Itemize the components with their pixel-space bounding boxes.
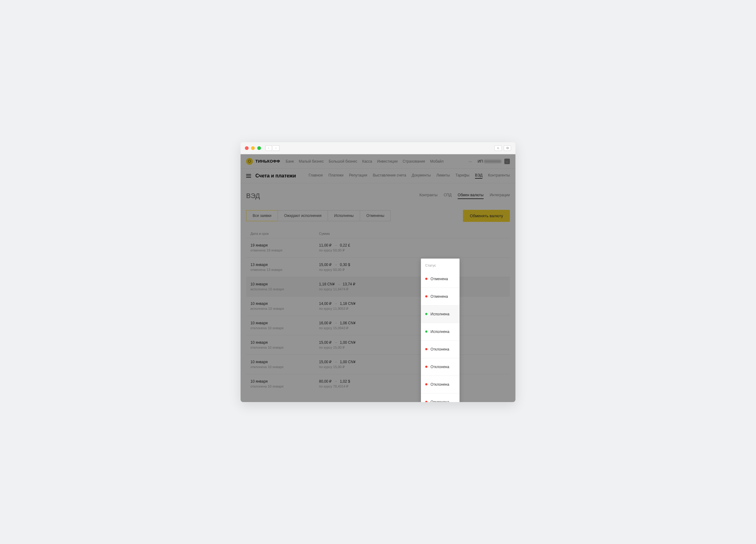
chevron-down-icon: ⌄ — [504, 159, 510, 164]
table-row[interactable]: 10 январяисполнена 10 января1,18 CN¥→13,… — [246, 277, 510, 296]
page-tab[interactable]: Контракты — [419, 193, 438, 199]
status-dot-icon — [425, 278, 427, 280]
table-row[interactable]: 10 январяотклонена 10 января16,00 ₽→1,06… — [246, 316, 510, 335]
table-row[interactable]: 19 январяотменена 19 января11,00 ₽→0,22 … — [246, 238, 510, 258]
row-substatus: исполнена 10 января — [250, 287, 319, 291]
top-nav-item[interactable]: Касса — [362, 159, 372, 164]
brand-name: ТИНЬКОФФ — [255, 159, 280, 164]
table-row[interactable]: 10 январяотклонена 10 января80,00 ₽→1,02… — [246, 374, 510, 393]
status-row[interactable]: Отклонена — [421, 358, 460, 375]
browser-window: ‹ › ⎋ ⧉ ⬡ ТИНЬКОФФ БанкМалый бизнесБольш… — [241, 142, 515, 402]
row-date: 10 января — [250, 282, 319, 286]
table-row[interactable]: 10 январяисполнена 10 января14,00 ₽→1,18… — [246, 296, 510, 316]
status-row[interactable]: Отклонена — [421, 375, 460, 393]
column-header-status: Статус — [421, 259, 460, 270]
arrow-right-icon: → — [334, 244, 337, 247]
status-row[interactable]: Отклонена — [421, 340, 460, 358]
sub-nav-item[interactable]: Лимиты — [436, 173, 450, 179]
sub-nav-item[interactable]: Главное — [309, 173, 323, 179]
top-nav-item[interactable]: Банк — [286, 159, 294, 164]
back-button[interactable]: ‹ — [265, 145, 272, 151]
top-nav-item[interactable]: Инвестиции — [377, 159, 398, 164]
exchange-rate: по курсу 11,6474 ₽ — [319, 287, 506, 291]
exchange-currency-button[interactable]: Обменять валюту — [463, 210, 510, 222]
page-title: ВЭД — [246, 192, 260, 200]
sub-nav-item[interactable]: Тарифы — [456, 173, 469, 179]
status-dot-icon — [425, 295, 427, 297]
arrow-right-icon: → — [334, 302, 337, 305]
status-label: Отменена — [431, 277, 448, 281]
amount-to: 0,22 £ — [340, 243, 350, 248]
filter-button[interactable]: Отменены — [360, 210, 391, 221]
sub-nav-item[interactable]: Выставление счета — [373, 173, 406, 179]
section-title: Счета и платежи — [255, 173, 296, 179]
status-label: Отклонена — [431, 400, 449, 402]
amount-from: 15,00 ₽ — [319, 340, 332, 345]
page-tab[interactable]: Интеграции — [490, 193, 510, 199]
row-date: 10 января — [250, 360, 319, 364]
more-menu[interactable]: ··· — [468, 159, 472, 164]
traffic-lights — [245, 146, 261, 150]
table-row[interactable]: 10 январяотклонена 10 января15,00 ₽→1,00… — [246, 354, 510, 374]
sub-nav-item[interactable]: Платежи — [328, 173, 343, 179]
arrow-right-icon: → — [337, 282, 340, 286]
arrow-right-icon: → — [334, 321, 337, 324]
close-window-button[interactable] — [245, 146, 249, 150]
amount-to: 1,06 CN¥ — [340, 321, 355, 325]
row-substatus: исполнена 10 января — [250, 307, 319, 310]
subheader: Счета и платежи ГлавноеПлатежиРепутацияВ… — [241, 169, 515, 183]
status-row[interactable]: Исполнена — [421, 305, 460, 323]
status-popup: Статус ОтмененаОтмененаИсполненаИсполнен… — [421, 259, 460, 402]
requests-table: Дата и срок Сумма 19 январяотменена 19 я… — [246, 229, 510, 393]
sub-nav-item[interactable]: Репутация — [349, 173, 367, 179]
top-nav-item[interactable]: Большой бизнес — [329, 159, 357, 164]
row-date: 10 января — [250, 321, 319, 325]
arrow-right-icon: → — [334, 360, 337, 363]
user-name-blurred — [484, 160, 501, 163]
filter-button[interactable]: Ожидают исполнения — [278, 210, 328, 221]
row-date: 10 января — [250, 340, 319, 345]
row-date: 10 января — [250, 301, 319, 306]
menu-icon[interactable] — [246, 174, 251, 178]
sub-nav-item[interactable]: Контрагенты — [488, 173, 510, 179]
forward-button[interactable]: › — [273, 145, 279, 151]
status-row[interactable]: Отменена — [421, 270, 460, 287]
filter-button[interactable]: Все заявки — [246, 210, 278, 221]
status-label: Отменена — [431, 294, 448, 299]
amount-to: 1,18 CN¥ — [340, 301, 355, 306]
titlebar: ‹ › ⎋ ⧉ — [241, 142, 515, 154]
page-tabs: КонтрактыСПДОбмен валютыИнтеграции — [419, 193, 510, 199]
table-row[interactable]: 13 январяотменена 13 января15,00 ₽→0,30 … — [246, 258, 510, 277]
sub-nav-item[interactable]: Документы — [412, 173, 431, 179]
top-nav-item[interactable]: Мобайл — [430, 159, 444, 164]
row-substatus: отклонена 10 января — [250, 365, 319, 369]
amount-from: 16,00 ₽ — [319, 321, 332, 325]
exchange-rate: по курсу 15,00 ₽ — [319, 345, 506, 349]
sub-nav-item[interactable]: ВЭД — [475, 173, 482, 179]
filter-button[interactable]: Исполнены — [328, 210, 360, 221]
status-dot-icon — [425, 313, 427, 315]
amount-from: 1,18 CN¥ — [319, 282, 335, 286]
tabs-button[interactable]: ⧉ — [504, 145, 511, 151]
status-dot-icon — [425, 348, 427, 350]
nav-arrows: ‹ › — [265, 145, 279, 151]
maximize-window-button[interactable] — [257, 146, 261, 150]
top-nav-item[interactable]: Страхование — [403, 159, 425, 164]
status-row[interactable]: Отклонена — [421, 393, 460, 402]
status-row[interactable]: Отменена — [421, 287, 460, 305]
top-nav-item[interactable]: Малый бизнес — [299, 159, 324, 164]
exchange-rate: по курсу 11,9053 ₽ — [319, 307, 506, 311]
share-button[interactable]: ⎋ — [494, 145, 502, 151]
minimize-window-button[interactable] — [251, 146, 255, 150]
brand-logo[interactable]: ⬡ ТИНЬКОФФ — [246, 158, 280, 165]
user-menu[interactable]: ИП ⌄ — [477, 159, 510, 164]
status-label: Исполнена — [431, 312, 449, 316]
arrow-right-icon: → — [334, 263, 337, 266]
page-tab[interactable]: Обмен валюты — [458, 193, 484, 199]
filter-row: Все заявкиОжидают исполненияИсполненыОтм… — [246, 210, 510, 222]
status-row[interactable]: Исполнена — [421, 323, 460, 340]
page-tab[interactable]: СПД — [444, 193, 451, 199]
amount-from: 11,00 ₽ — [319, 243, 332, 248]
status-label: Исполнена — [431, 329, 449, 334]
table-row[interactable]: 10 январяотклонена 10 января15,00 ₽→1,00… — [246, 335, 510, 354]
